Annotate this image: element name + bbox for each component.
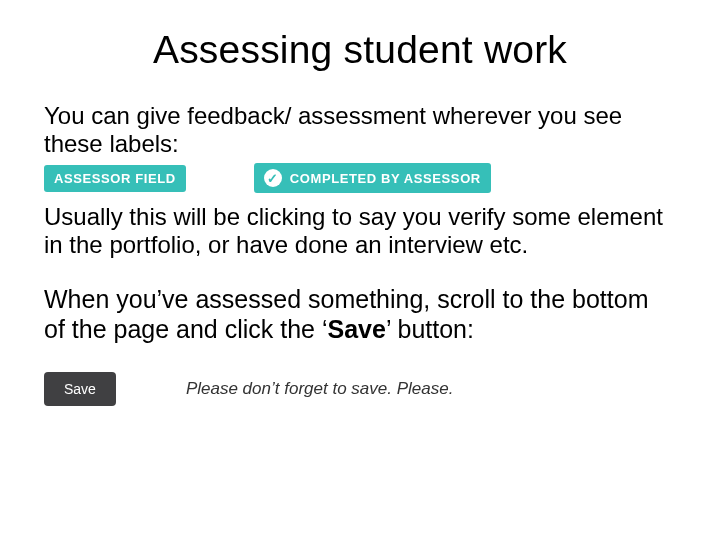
completed-by-assessor-badge: ✓ COMPLETED BY ASSESSOR: [254, 163, 491, 193]
intro-text: You can give feedback/ assessment wherev…: [44, 102, 676, 157]
save-button[interactable]: Save: [44, 372, 116, 406]
usually-text: Usually this will be clicking to say you…: [44, 203, 676, 258]
page-title: Assessing student work: [44, 28, 676, 72]
assessor-field-label: ASSESSOR FIELD: [54, 171, 176, 186]
badge-row: ASSESSOR FIELD ✓ COMPLETED BY ASSESSOR: [44, 163, 676, 193]
assessor-field-badge: ASSESSOR FIELD: [44, 165, 186, 192]
when-assessed-text: When you’ve assessed something, scroll t…: [44, 284, 676, 344]
slide: Assessing student work You can give feed…: [0, 0, 720, 540]
completed-by-assessor-label: COMPLETED BY ASSESSOR: [290, 171, 481, 186]
when-bold: Save: [328, 315, 386, 343]
reminder-text: Please don’t forget to save. Please.: [186, 379, 453, 399]
check-icon: ✓: [264, 169, 282, 187]
when-suffix: ’ button:: [386, 315, 474, 343]
bottom-row: Save Please don’t forget to save. Please…: [44, 372, 676, 406]
